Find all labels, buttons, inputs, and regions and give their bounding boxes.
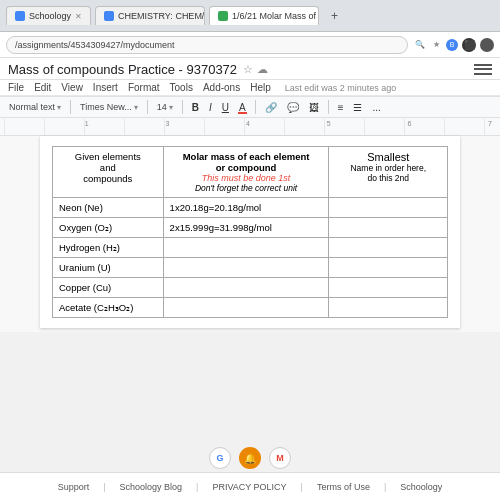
tab-icon-schoology <box>15 11 25 21</box>
table-header-col3: Smallest Name in order here, do this 2nd <box>329 147 448 198</box>
browser-toolbar-icons: 🔍 ★ B ⬛ <box>414 38 494 52</box>
footer-schoology[interactable]: Schoology <box>400 482 442 492</box>
ruler-numbers: 1 3 4 5 6 7 <box>4 118 496 127</box>
table-row: Acetate (C₂H₃O₂) <box>53 298 448 318</box>
star-icon[interactable]: ☆ <box>243 63 253 76</box>
link-button[interactable]: 🔗 <box>262 101 280 114</box>
profile-icon[interactable] <box>480 38 494 52</box>
table-row: Uranium (U) <box>53 258 448 278</box>
toolbar-separator-5 <box>328 100 329 114</box>
bold-button[interactable]: B <box>189 101 202 114</box>
font-label: Times New... <box>80 102 132 112</box>
align-icon: ≡ <box>338 102 344 113</box>
table-row: Neon (Ne) 1x20.18g=20.18g/mol <box>53 198 448 218</box>
tab-molar[interactable]: 1/6/21 Molar Mass of compoun ✕ <box>209 6 319 25</box>
bottom-icons-bar: G 🔔 M <box>199 444 301 472</box>
toolbar-separator-1 <box>70 100 71 114</box>
cell-smallest-2[interactable] <box>329 238 448 258</box>
footer-terms[interactable]: Terms of Use <box>317 482 370 492</box>
comment-icon: 💬 <box>287 102 299 113</box>
last-edit-text: Last edit was 2 minutes ago <box>285 83 397 93</box>
side-panel-icon[interactable] <box>474 63 492 77</box>
underline-button[interactable]: U <box>219 101 232 114</box>
browser-tab-bar: Schoology ✕ CHEMISTRY: CHEM/500 - CHEN ✕… <box>0 0 500 32</box>
cell-molar-3[interactable] <box>163 258 329 278</box>
line-spacing-button[interactable]: ☰ <box>350 101 365 114</box>
table-header-col1: Given elements and compounds <box>53 147 164 198</box>
extensions-icon[interactable]: B <box>446 39 458 51</box>
tab-label-chem: CHEMISTRY: CHEM/500 - CHEN <box>118 11 205 21</box>
color-indicator <box>238 112 247 114</box>
image-icon: 🖼 <box>309 102 319 113</box>
table-row: Oxygen (O₂) 2x15.999g=31.998g/mol <box>53 218 448 238</box>
tab-icon-chem <box>104 11 114 21</box>
cell-element-0[interactable]: Neon (Ne) <box>53 198 164 218</box>
dropdown-chevron: ▾ <box>57 103 61 112</box>
underline-label: U <box>222 102 229 113</box>
menu-addons[interactable]: Add-ons <box>203 82 240 93</box>
align-button[interactable]: ≡ <box>335 101 347 114</box>
cell-molar-5[interactable] <box>163 298 329 318</box>
menu-help[interactable]: Help <box>250 82 271 93</box>
text-color-button[interactable]: A <box>236 101 249 114</box>
menu-format[interactable]: Format <box>128 82 160 93</box>
ruler: 1 3 4 5 6 7 <box>0 118 500 136</box>
bookmark-icon[interactable]: ★ <box>430 39 442 51</box>
cell-molar-1[interactable]: 2x15.999g=31.998g/mol <box>163 218 329 238</box>
footer-blog[interactable]: Schoology Blog <box>120 482 183 492</box>
menu-insert[interactable]: Insert <box>93 82 118 93</box>
more-button[interactable]: ... <box>369 101 383 114</box>
docs-title-bar: Mass of compounds Practice - 9370372 ☆ ☁ <box>0 58 500 80</box>
cell-element-2[interactable]: Hydrogen (H₂) <box>53 238 164 258</box>
title-icons: ☆ ☁ <box>243 63 268 76</box>
search-icon[interactable]: 🔍 <box>414 39 426 51</box>
footer-support[interactable]: Support <box>58 482 90 492</box>
normal-text-dropdown[interactable]: Normal text ▾ <box>6 101 64 113</box>
tab-label-molar: 1/6/21 Molar Mass of compoun <box>232 11 319 21</box>
docs-menu-bar: File Edit View Insert Format Tools Add-o… <box>0 80 500 96</box>
cell-smallest-1[interactable] <box>329 218 448 238</box>
menu-tools[interactable]: Tools <box>170 82 193 93</box>
cell-smallest-3[interactable] <box>329 258 448 278</box>
cell-molar-0[interactable]: 1x20.18g=20.18g/mol <box>163 198 329 218</box>
menu-view[interactable]: View <box>61 82 83 93</box>
cell-smallest-0[interactable] <box>329 198 448 218</box>
toolbar-separator-2 <box>147 100 148 114</box>
size-chevron: ▾ <box>169 103 173 112</box>
image-button[interactable]: 🖼 <box>306 101 322 114</box>
font-size-label: 14 <box>157 102 167 112</box>
cloud-icon: ☁ <box>257 63 268 76</box>
cell-molar-2[interactable] <box>163 238 329 258</box>
cell-molar-4[interactable] <box>163 278 329 298</box>
comment-button[interactable]: 💬 <box>284 101 302 114</box>
tab-schoology[interactable]: Schoology ✕ <box>6 6 91 25</box>
google-icon[interactable]: G <box>209 447 231 469</box>
cell-element-1[interactable]: Oxygen (O₂) <box>53 218 164 238</box>
table-header-col2: Molar mass of each element or compound T… <box>163 147 329 198</box>
font-size-dropdown[interactable]: 14 ▾ <box>154 101 176 113</box>
cell-element-5[interactable]: Acetate (C₂H₃O₂) <box>53 298 164 318</box>
url-input[interactable]: /assignments/4534309427/mydocument <box>6 36 408 54</box>
cell-element-3[interactable]: Uranium (U) <box>53 258 164 278</box>
menu-edit[interactable]: Edit <box>34 82 51 93</box>
gmail-icon[interactable]: M <box>269 447 291 469</box>
new-tab-button[interactable]: + <box>323 5 346 27</box>
tab-close-schoology[interactable]: ✕ <box>75 12 82 21</box>
table-row: Copper (Cu) <box>53 278 448 298</box>
cell-element-4[interactable]: Copper (Cu) <box>53 278 164 298</box>
tab-icon-molar <box>218 11 228 21</box>
table-row: Hydrogen (H₂) <box>53 238 448 258</box>
font-dropdown[interactable]: Times New... ▾ <box>77 101 141 113</box>
cell-smallest-4[interactable] <box>329 278 448 298</box>
more-label: ... <box>372 102 380 113</box>
notification-icon[interactable]: 🔔 <box>239 447 261 469</box>
menu-icon[interactable]: ⬛ <box>462 38 476 52</box>
italic-button[interactable]: I <box>206 101 215 114</box>
doc-page[interactable]: Given elements and compounds Molar mass … <box>40 136 460 328</box>
toolbar-separator-3 <box>182 100 183 114</box>
cell-smallest-5[interactable] <box>329 298 448 318</box>
footer-privacy[interactable]: PRIVACY POLICY <box>212 482 286 492</box>
tab-chem[interactable]: CHEMISTRY: CHEM/500 - CHEN ✕ <box>95 6 205 25</box>
menu-file[interactable]: File <box>8 82 24 93</box>
italic-label: I <box>209 102 212 113</box>
